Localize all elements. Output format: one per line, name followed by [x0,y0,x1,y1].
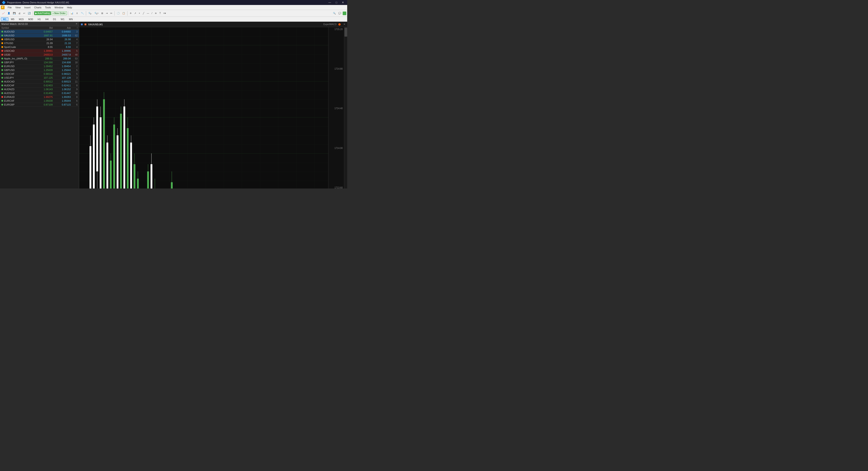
mw-spread-audusd: 3 [71,31,78,33]
chart-vscroll-thumb[interactable] [344,28,347,37]
svg-rect-18 [93,125,95,188]
tf-h4[interactable]: H4 [43,18,51,21]
tf-m15[interactable]: M15 [17,18,26,21]
minimize-button[interactable]: — [327,0,333,4]
market-watch-header: Market Watch: 06:53:33 ✕ [0,22,79,26]
line-tool-button[interactable]: ╱ [142,11,145,15]
zoom-in-button[interactable]: 🔍+ [93,11,100,15]
mw-row-eurgbp[interactable]: EURGBP 0.87109 0.87115 6 [0,103,79,107]
toolbar-separator-2 [68,11,68,15]
mw-spread-xtiusd: 7 [71,42,78,44]
tf-h1[interactable]: H1 [35,18,43,21]
chart-close-btn[interactable]: ✕ [343,23,345,26]
more-tools-button[interactable]: ≡▾ [162,11,167,15]
mw-row-euraud[interactable]: EURAUD 1.69275 1.69283 8 [0,95,79,99]
zoom-fit-button[interactable]: ⊞ [100,11,104,15]
mw-row-eurchf[interactable]: EURCHF 1.05638 1.05644 6 [0,99,79,103]
undo-button[interactable]: ↩ [22,11,26,15]
mw-row-xbrusd[interactable]: XBRUSD 26.94 26.98 4 [0,37,79,41]
menu-insert[interactable]: Insert [22,6,32,9]
bar-chart-button[interactable]: 📊 [69,11,74,15]
mw-dot-eurgbp [1,104,3,105]
expert-advisor-button[interactable]: 🔄 [27,11,32,15]
new-order-button[interactable]: + New Order [51,11,67,15]
menu-charts[interactable]: Charts [32,6,43,9]
zoom-out-button[interactable]: 🔍- [87,11,93,15]
cursor-button[interactable]: ↗ [133,11,137,15]
line-chart-button[interactable]: 📉 [80,11,85,15]
mw-bid-usdjpy: 107.125 [35,76,53,79]
market-watch-close[interactable]: ✕ [75,22,78,25]
market-watch-list: AUDUSD 0.64657 0.64660 3 XAUUSD 1687.91 … [0,30,79,188]
mw-bid-usdchf: 0.96516 [35,72,53,75]
mw-symbol-us30: US30 [1,53,35,56]
save-button[interactable]: 💾 [12,11,17,15]
menu-tools[interactable]: Tools [43,6,53,9]
mw-dot-xbrusd [1,38,3,40]
autotrading-button[interactable]: ▶ AutoTrading [34,11,51,15]
mw-row-apple_inc_(aapl.o)[interactable]: Apple_Inc_(AAPL.O) 288.51 289.04 53 [0,57,79,61]
hline-button[interactable]: — [146,11,150,15]
crosshair2-button[interactable]: + [138,11,141,15]
tf-d1[interactable]: D1 [51,18,58,21]
mw-row-audcad[interactable]: AUDCAD 0.90512 0.90523 11 [0,80,79,84]
chart-panel: XAUUSD,M1 ExpertMACD ✕ [79,22,347,188]
mw-row-audnzd[interactable]: AUDNZD 1.06143 1.06152 9 [0,88,79,91]
mw-row-eurusd[interactable]: EURUSD 1.09452 1.09454 2 [0,64,79,68]
text-button[interactable]: T [158,11,162,15]
candle-chart-button[interactable]: 🕯 [75,11,79,15]
trendline-button[interactable]: ∕ [151,11,153,15]
mw-row-audsgd[interactable]: AUDSGD 0.91409 0.91447 38 [0,91,79,95]
mw-row-xauusd[interactable]: XAUUSD 1687.91 1688.53 62 [0,34,79,37]
mw-spread-usdcad: 5 [71,50,78,52]
tf-m5[interactable]: M5 [9,18,16,21]
top-half: Market Watch: 06:53:33 ✕ Symbol Bid Ask … [0,22,347,188]
search-button[interactable]: 🔍 [332,11,337,15]
mw-bid-spotcrude: 8.55 [35,46,53,49]
mw-bid-us30: 24053.0 [35,53,53,56]
mw-bid-audusd: 0.64657 [35,30,53,33]
crosshair-button[interactable]: ✛ [129,11,133,15]
mw-row-us30[interactable]: US30 24053.0 24057.8 48 [0,53,79,57]
menu-file[interactable]: File [6,6,13,9]
app-logo: 🔷 [2,1,6,4]
maximize-button[interactable]: □ [334,0,339,4]
svg-rect-44 [137,179,139,188]
tf-m30[interactable]: M30 [26,18,35,21]
mw-row-usdchf[interactable]: USDCHF 0.96516 0.96521 5 [0,72,79,76]
template-button[interactable]: 📋 [121,11,126,15]
indicator-button[interactable]: 🕐 [116,11,121,15]
mw-symbol-eurchf: EURCHF [1,99,35,102]
close-button[interactable]: ✕ [340,0,345,4]
menu-window[interactable]: Window [53,6,65,9]
market-watch-title: Market Watch: 06:53:33 [1,23,28,25]
new-chart-button[interactable]: 📈 [1,11,6,15]
tf-w1[interactable]: W1 [59,18,67,21]
mw-dot-audusd [1,31,3,33]
mw-row-gbpusd[interactable]: GBPUSD 1.25639 1.25644 5 [0,68,79,72]
tf-m1[interactable]: M1 [1,18,8,21]
mw-row-gbpjpy[interactable]: GBPJPY 134.590 134.608 18 [0,61,79,64]
menu-help[interactable]: Help [65,6,74,9]
chart-expert-label: ExpertMACD [323,23,337,26]
mw-row-spotcrude[interactable]: SpotCrude 8.55 8.59 4 [0,45,79,49]
chart-vscrollbar[interactable] [344,27,347,188]
print-button[interactable]: 🖨 [17,11,22,15]
chart-canvas[interactable]: 1711.03 [79,27,328,188]
mw-ask-apple_inc_(aapl.o): 289.04 [53,57,71,60]
svg-rect-22 [100,117,101,188]
tf-mn[interactable]: MN [67,18,75,21]
mw-row-xtiusd[interactable]: XTIUSD 21.09 21.16 7 [0,41,79,45]
mw-row-audchf[interactable]: AUDCHF 0.62403 0.62411 8 [0,84,79,88]
fib-button[interactable]: ≋ [154,11,158,15]
scroll-end-button[interactable]: ↦ [109,11,113,15]
mw-row-usdjpy[interactable]: USDJPY 107.125 107.128 3 [0,76,79,80]
menu-view[interactable]: View [13,6,23,9]
main-content: Market Watch: 06:53:33 ✕ Symbol Bid Ask … [0,22,347,188]
community-button[interactable]: 💬 [337,11,342,15]
scroll-right-button[interactable]: ⇥ [105,11,109,15]
mw-dot-euraud [1,96,3,98]
mw-row-usdcad[interactable]: USDCAD 1.39991 1.39996 5 [0,49,79,53]
profile-button[interactable]: 👤 [6,11,11,15]
mw-row-audusd[interactable]: AUDUSD 0.64657 0.64660 3 [0,30,79,34]
